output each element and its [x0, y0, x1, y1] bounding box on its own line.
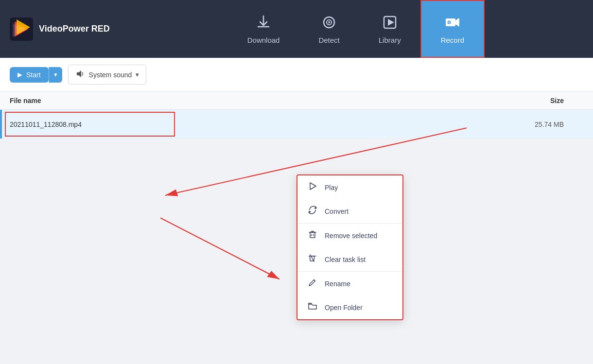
menu-item-play[interactable]: Play: [297, 175, 402, 199]
nav-label-detect: Detect: [318, 36, 339, 44]
svg-rect-20: [310, 232, 315, 238]
menu-clear-label: Clear task list: [325, 256, 366, 263]
menu-item-remove[interactable]: Remove selected: [297, 224, 402, 247]
file-table: File name Size 20211011_112808.mp4 25.74…: [0, 92, 593, 139]
nav-item-detect[interactable]: Detect: [299, 0, 359, 58]
rename-icon: [307, 277, 318, 290]
main-content: ▶ Start ▾ System sound ▾ File name Size: [0, 58, 593, 139]
start-btn-group: ▶ Start ▾: [10, 67, 62, 83]
play-icon: [307, 181, 318, 193]
menu-remove-label: Remove selected: [325, 232, 377, 240]
table-header: File name Size: [0, 92, 593, 110]
nav-item-record[interactable]: Record: [420, 0, 485, 58]
start-label: Start: [26, 71, 41, 79]
convert-icon: [307, 205, 318, 217]
col-header-size: Size: [510, 97, 583, 104]
svg-marker-13: [77, 70, 81, 77]
library-icon: [382, 14, 398, 33]
menu-item-convert[interactable]: Convert: [297, 199, 402, 224]
menu-rename-label: Rename: [325, 280, 350, 288]
filename-text: 20211011_112808.mp4: [10, 121, 82, 128]
menu-item-rename[interactable]: Rename: [297, 272, 402, 295]
detect-icon: [321, 14, 337, 33]
start-button[interactable]: ▶ Start: [10, 67, 49, 83]
menu-play-label: Play: [325, 184, 338, 191]
start-dropdown-button[interactable]: ▾: [49, 67, 62, 83]
row-accent: [0, 110, 2, 139]
nav-item-download[interactable]: Download: [228, 0, 299, 58]
nav-items: Download Detect Library: [120, 0, 593, 58]
menu-open-folder-label: Open Folder: [325, 304, 363, 312]
sound-dropdown-icon: ▾: [136, 71, 139, 78]
trash-icon: [307, 229, 318, 242]
menu-item-open-folder[interactable]: Open Folder: [297, 295, 402, 319]
download-icon: [255, 14, 272, 33]
filename-cell: 20211011_112808.mp4: [10, 121, 510, 128]
size-cell: 25.74 MB: [510, 121, 583, 128]
svg-marker-10: [455, 18, 459, 27]
app-name: VideoPower RED: [39, 24, 110, 34]
context-menu: Play Convert: [296, 174, 403, 320]
nav-label-record: Record: [441, 36, 464, 44]
nav-label-library: Library: [379, 36, 401, 44]
folder-icon: [307, 301, 318, 313]
logo-area: VideoPower RED: [0, 17, 120, 41]
table-row[interactable]: 20211011_112808.mp4 25.74 MB: [0, 110, 593, 139]
svg-point-6: [328, 21, 330, 23]
col-header-filename: File name: [10, 97, 510, 104]
dropdown-chevron-icon: ▾: [54, 71, 57, 78]
menu-convert-label: Convert: [325, 208, 349, 215]
system-sound-button[interactable]: System sound ▾: [68, 65, 147, 85]
start-play-icon: ▶: [17, 71, 22, 78]
nav-label-download: Download: [247, 36, 280, 44]
topbar: VideoPower RED Download Detect: [0, 0, 593, 58]
toolbar: ▶ Start ▾ System sound ▾: [0, 58, 593, 92]
record-icon: [444, 14, 461, 33]
app-logo-icon: [10, 17, 33, 41]
sound-label: System sound: [89, 71, 132, 79]
menu-item-clear[interactable]: Clear task list: [297, 247, 402, 272]
svg-point-12: [448, 21, 450, 23]
nav-item-library[interactable]: Library: [359, 0, 420, 58]
svg-marker-8: [388, 19, 394, 26]
svg-line-16: [160, 218, 279, 279]
clear-icon: [307, 253, 318, 265]
svg-marker-17: [310, 183, 316, 190]
sound-icon: [75, 69, 85, 80]
